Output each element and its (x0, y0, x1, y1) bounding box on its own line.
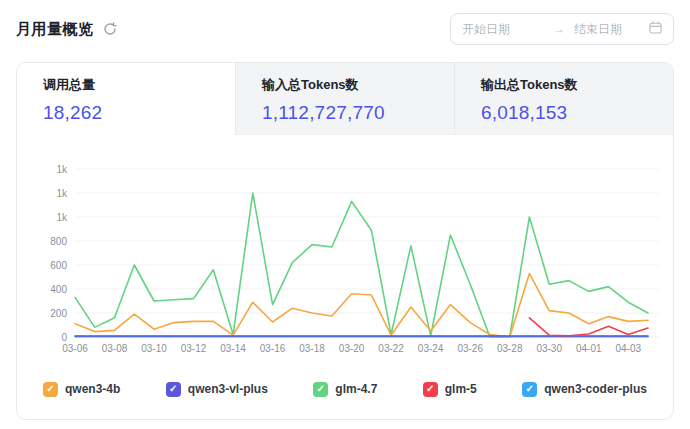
date-range-picker[interactable]: 开始日期 → 结束日期 (450, 13, 674, 45)
svg-text:03-22: 03-22 (378, 343, 404, 354)
svg-text:400: 400 (50, 284, 67, 295)
svg-text:1k: 1k (56, 164, 68, 175)
legend-item-glm-4.7[interactable]: ✓glm-4.7 (313, 382, 377, 397)
page-title: 月用量概览 (16, 20, 94, 39)
chart-legend: ✓qwen3-4b✓qwen3-vl-plus✓glm-4.7✓glm-5✓qw… (17, 367, 673, 417)
checkbox-checked-icon[interactable]: ✓ (522, 382, 537, 397)
line-chart-canvas: 02004006008001k1k1k03-0603-0803-1003-120… (17, 135, 673, 367)
svg-text:0: 0 (61, 332, 67, 343)
checkbox-checked-icon[interactable]: ✓ (423, 382, 438, 397)
checkbox-checked-icon[interactable]: ✓ (313, 382, 328, 397)
legend-item-glm-5[interactable]: ✓glm-5 (423, 382, 477, 397)
tab-output-tokens[interactable]: 输出总Tokens数 6,018,153 (454, 63, 673, 135)
tab-label: 输出总Tokens数 (481, 76, 673, 94)
svg-text:04-01: 04-01 (576, 343, 602, 354)
legend-label: glm-4.7 (335, 382, 377, 396)
svg-text:03-14: 03-14 (220, 343, 246, 354)
legend-item-qwen3-coder-plus[interactable]: ✓qwen3-coder-plus (522, 382, 647, 397)
svg-text:03-16: 03-16 (260, 343, 286, 354)
svg-text:1k: 1k (56, 212, 68, 223)
tab-label: 输入总Tokens数 (262, 76, 454, 94)
svg-text:03-24: 03-24 (418, 343, 444, 354)
tab-input-tokens[interactable]: 输入总Tokens数 1,112,727,770 (235, 63, 454, 135)
svg-text:600: 600 (50, 260, 67, 271)
legend-label: glm-5 (445, 382, 477, 396)
svg-text:03-20: 03-20 (339, 343, 365, 354)
page-header: 月用量概览 开始日期 → 结束日期 (16, 12, 674, 46)
tab-value: 6,018,153 (481, 102, 673, 124)
usage-overview-card: 调用总量 18,262 输入总Tokens数 1,112,727,770 输出总… (16, 62, 674, 420)
svg-text:200: 200 (50, 308, 67, 319)
usage-line-chart: 02004006008001k1k1k03-0603-0803-1003-120… (17, 135, 673, 367)
tab-value: 18,262 (43, 102, 235, 124)
checkbox-checked-icon[interactable]: ✓ (166, 382, 181, 397)
end-date-input[interactable]: 结束日期 (574, 21, 649, 38)
svg-text:03-10: 03-10 (141, 343, 167, 354)
refresh-icon[interactable] (102, 21, 118, 37)
svg-text:03-28: 03-28 (497, 343, 523, 354)
svg-text:800: 800 (50, 236, 67, 247)
tab-label: 调用总量 (43, 76, 235, 94)
legend-label: qwen3-vl-plus (188, 382, 268, 396)
arrow-right-icon: → (544, 22, 574, 36)
svg-text:03-08: 03-08 (102, 343, 128, 354)
svg-text:03-12: 03-12 (181, 343, 207, 354)
start-date-input[interactable]: 开始日期 (462, 21, 544, 38)
legend-item-qwen3-vl-plus[interactable]: ✓qwen3-vl-plus (166, 382, 268, 397)
legend-label: qwen3-4b (65, 382, 120, 396)
tab-total-calls[interactable]: 调用总量 18,262 (17, 63, 235, 135)
legend-item-qwen3-4b[interactable]: ✓qwen3-4b (43, 382, 120, 397)
stats-tabs: 调用总量 18,262 输入总Tokens数 1,112,727,770 输出总… (17, 63, 673, 135)
tab-value: 1,112,727,770 (262, 102, 454, 124)
checkbox-checked-icon[interactable]: ✓ (43, 382, 58, 397)
svg-text:1k: 1k (56, 188, 68, 199)
svg-text:04-03: 04-03 (615, 343, 641, 354)
svg-text:03-06: 03-06 (62, 343, 88, 354)
svg-text:03-30: 03-30 (536, 343, 562, 354)
calendar-icon (649, 20, 662, 38)
legend-label: qwen3-coder-plus (544, 382, 647, 396)
svg-text:03-26: 03-26 (457, 343, 483, 354)
series-line-qwen3-4b (75, 273, 648, 337)
svg-text:03-18: 03-18 (299, 343, 325, 354)
